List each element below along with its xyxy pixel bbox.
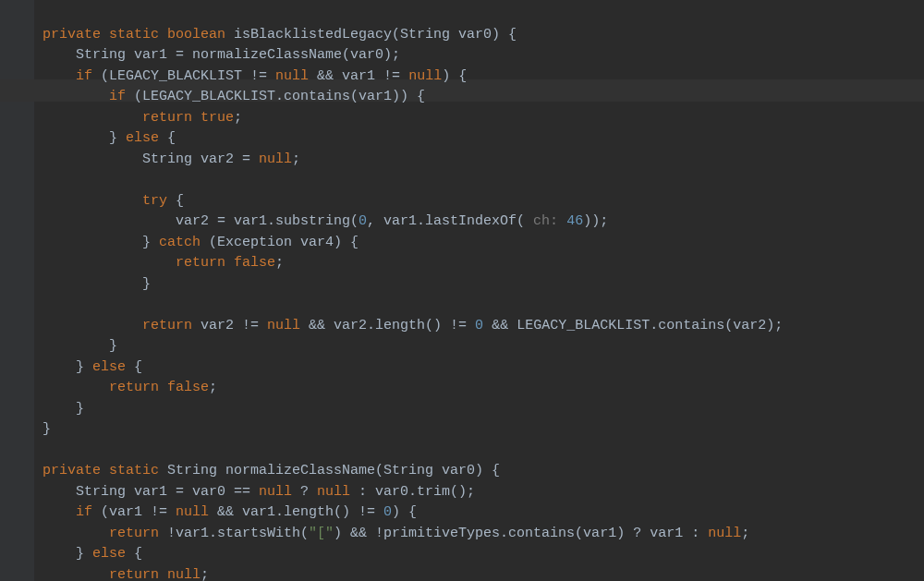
code-line: if (var1 != null && var1.length() != 0) … bbox=[43, 504, 417, 520]
code-line: } else { bbox=[43, 359, 142, 375]
code-line: return false; bbox=[43, 380, 217, 395]
code-line: var2 = var1.substring(0, var1.lastIndexO… bbox=[43, 213, 608, 229]
code-line: String var1 = var0 == null ? null : var0… bbox=[43, 484, 475, 500]
code-editor[interactable]: private static boolean isBlacklistedLega… bbox=[35, 0, 924, 581]
code-line: return !var1.startsWith("[") && !primiti… bbox=[43, 526, 749, 541]
code-line: return true; bbox=[43, 110, 242, 126]
code-line: String var1 = normalizeClassName(var0); bbox=[43, 47, 400, 63]
code-line: } else { bbox=[43, 130, 176, 146]
code-line: return false; bbox=[43, 255, 284, 271]
code-line: private static String normalizeClassName… bbox=[43, 463, 500, 478]
code-line: } bbox=[43, 276, 151, 292]
code-line: return var2 != null && var2.length() != … bbox=[43, 318, 783, 333]
code-line: } bbox=[43, 401, 84, 417]
code-line: } bbox=[43, 421, 51, 437]
code-line: return null; bbox=[43, 567, 209, 582]
code-line: if (LEGACY_BLACKLIST != null && var1 != … bbox=[43, 68, 467, 84]
code-line: } bbox=[43, 338, 117, 354]
code-line: private static boolean isBlacklistedLega… bbox=[43, 27, 517, 42]
code-line: String var2 = null; bbox=[43, 151, 300, 167]
code-line: } catch (Exception var4) { bbox=[43, 235, 359, 250]
code-line: try { bbox=[43, 193, 184, 209]
code-line: if (LEGACY_BLACKLIST.contains(var1)) { bbox=[43, 89, 425, 104]
code-content: private static boolean isBlacklistedLega… bbox=[43, 25, 917, 582]
code-line: } else { bbox=[43, 546, 142, 562]
